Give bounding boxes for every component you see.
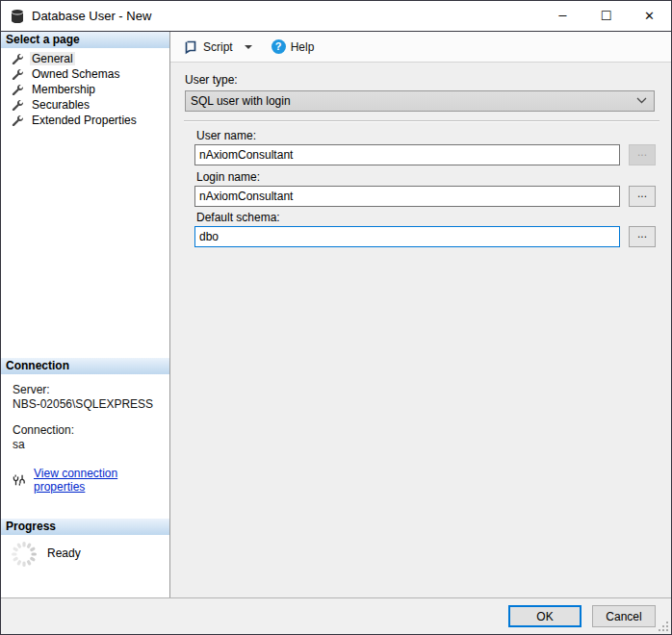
page-list: General Owned Schemas Membership	[1, 48, 169, 358]
select-a-page-header: Select a page	[1, 32, 169, 48]
connection-value: sa	[13, 438, 164, 451]
user-name-input[interactable]	[194, 144, 620, 165]
login-name-input[interactable]	[194, 186, 620, 207]
connection-label: Connection:	[13, 423, 164, 437]
database-icon	[10, 9, 25, 24]
general-page-form: User type: SQL user with login User name…	[170, 63, 671, 597]
sidebar-item-label: Extended Properties	[30, 114, 139, 127]
toolbar: Script ? Help	[170, 32, 671, 63]
window-title: Database User - New	[32, 9, 541, 23]
login-name-browse-button[interactable]: ...	[629, 186, 656, 207]
default-schema-browse-button[interactable]: ...	[629, 226, 656, 247]
user-name-browse-button[interactable]: ...	[629, 144, 656, 165]
progress-header: Progress	[1, 519, 169, 535]
cancel-button[interactable]: Cancel	[592, 605, 656, 627]
server-label: Server:	[13, 383, 164, 396]
login-name-label: Login name:	[196, 170, 260, 184]
progress-status: Ready	[47, 546, 81, 560]
progress-panel: Ready	[1, 535, 169, 597]
view-connection-properties-link[interactable]: View connection properties	[34, 467, 164, 494]
sidebar-item-securables[interactable]: Securables	[1, 97, 169, 113]
resize-grip[interactable]	[659, 622, 669, 632]
sidebar: Select a page General Owned Schemas	[1, 32, 170, 597]
connection-panel: Server: NBS-02056\SQLEXPRESS Connection:…	[1, 374, 169, 519]
title-bar: Database User - New ─ ☐ ✕	[1, 1, 671, 31]
help-icon: ?	[271, 39, 286, 54]
script-icon	[183, 39, 198, 55]
sidebar-item-label: Owned Schemas	[30, 67, 121, 81]
script-button[interactable]: Script	[179, 37, 237, 58]
sidebar-item-label: Securables	[30, 98, 91, 112]
minimize-button[interactable]: ─	[541, 1, 584, 31]
sidebar-item-owned-schemas[interactable]: Owned Schemas	[1, 66, 169, 82]
default-schema-label: Default schema:	[196, 211, 280, 224]
sidebar-item-label: Membership	[30, 83, 97, 96]
help-button-label: Help	[291, 40, 315, 54]
wrench-icon	[12, 99, 23, 111]
chevron-down-icon	[636, 97, 647, 104]
wrench-icon	[12, 53, 23, 64]
dialog-footer: OK Cancel	[1, 597, 671, 634]
main-panel: Script ? Help User type: SQL user with l…	[170, 32, 671, 597]
sidebar-item-membership[interactable]: Membership	[1, 82, 169, 97]
user-type-select[interactable]: SQL user with login	[185, 90, 655, 112]
section-divider	[184, 120, 659, 122]
connection-header: Connection	[1, 358, 169, 374]
ok-button[interactable]: OK	[508, 605, 582, 627]
user-name-label: User name:	[196, 129, 256, 142]
sidebar-item-extended-properties[interactable]: Extended Properties	[1, 113, 169, 128]
help-button[interactable]: ? Help	[268, 37, 319, 57]
default-schema-input[interactable]	[194, 226, 620, 247]
sidebar-item-label: General	[30, 52, 75, 65]
sidebar-item-general[interactable]: General	[1, 51, 169, 66]
user-type-label: User type:	[185, 73, 238, 87]
database-user-dialog: Database User - New ─ ☐ ✕ Select a page …	[0, 0, 672, 635]
progress-spinner-icon	[11, 541, 38, 568]
script-button-label: Script	[203, 40, 233, 54]
user-type-selected-value: SQL user with login	[191, 94, 291, 108]
server-value: NBS-02056\SQLEXPRESS	[13, 397, 164, 411]
wrench-icon	[12, 84, 23, 95]
close-button[interactable]: ✕	[628, 1, 671, 31]
script-dropdown-arrow-icon[interactable]	[245, 45, 252, 49]
connection-properties-icon	[13, 473, 26, 487]
wrench-icon	[12, 68, 23, 80]
wrench-icon	[12, 114, 23, 126]
dialog-body: Select a page General Owned Schemas	[1, 31, 671, 597]
maximize-button[interactable]: ☐	[584, 1, 628, 31]
